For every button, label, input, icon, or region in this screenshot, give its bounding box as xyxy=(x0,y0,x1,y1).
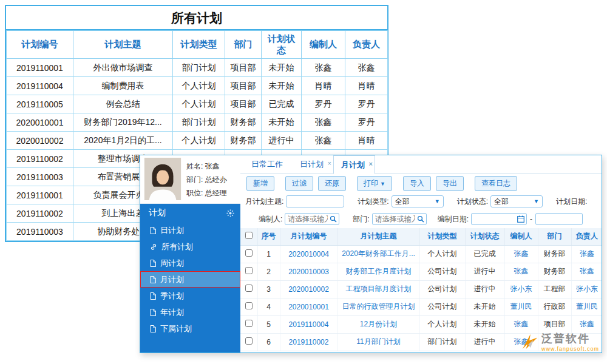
sidebar-item-weekly-plan[interactable]: 周计划 xyxy=(140,255,240,271)
close-icon[interactable]: × xyxy=(369,155,373,173)
sidebar-menu: 计划 日计划 所有计划 周计划 xyxy=(140,204,240,352)
owner-link[interactable]: 张鑫 xyxy=(571,315,602,333)
sidebar-item-daily-plan[interactable]: 日计划 xyxy=(140,222,240,238)
plan-subject-link[interactable]: 11月部门计划 xyxy=(337,333,419,351)
table-row: 2019110001外出做市场调查部门计划项目部未开始张鑫张鑫 xyxy=(7,59,388,77)
toolbar: 新增 过滤 还原 打印▼ 导入 导出 查看日志 xyxy=(240,174,602,193)
col-compiler: 编制人 xyxy=(504,228,538,245)
file-icon xyxy=(150,260,156,267)
plan-subject-link[interactable]: 12月份计划 xyxy=(337,315,419,333)
left-panel: 姓名: 张鑫 部门: 总经办 职位: 总经理 计划 日计划 xyxy=(140,155,240,352)
print-button[interactable]: 打印▼ xyxy=(357,176,392,191)
plan-number-link[interactable]: 2020010001 xyxy=(280,298,337,315)
plan-number-link[interactable]: 2019110002 xyxy=(280,333,337,351)
col-plan-type: 计划类型 xyxy=(419,228,465,245)
watermark-url: www.fanpusoft.com xyxy=(541,346,599,352)
avatar xyxy=(144,158,181,200)
compiler-label: 编制人: xyxy=(259,214,282,224)
cell: 财务部 xyxy=(225,113,262,132)
cell-index: 5 xyxy=(257,315,280,333)
cell: 进行中 xyxy=(262,132,302,150)
cell: 2020010002 xyxy=(7,132,73,150)
tab-monthly-plan[interactable]: 月计划× xyxy=(333,155,375,174)
table-header-row: 序号 月计划编号 月计划主题 计划类型 计划状态 编制人 部门 负责人 xyxy=(240,228,602,245)
owner-link[interactable]: 张鑫 xyxy=(571,245,602,263)
type-select[interactable]: 全部 ▼ xyxy=(392,195,444,207)
sidebar-item-annual-plan[interactable]: 年计划 xyxy=(140,304,240,320)
subject-input[interactable] xyxy=(286,195,344,207)
plan-number-link[interactable]: 2020010002 xyxy=(280,280,337,298)
tab-daily-work[interactable]: 日常工作 xyxy=(244,155,293,173)
cell-status: 未开始 xyxy=(465,298,504,315)
sidebar-item-monthly-plan[interactable]: 月计划 xyxy=(140,271,240,288)
row-checkbox[interactable] xyxy=(245,320,253,327)
sidebar-item-label: 所有计划 xyxy=(161,241,193,252)
row-checkbox[interactable] xyxy=(245,302,253,309)
plan-subject-link[interactable]: 工程项目部月度计划 xyxy=(337,280,419,298)
owner-link[interactable]: 董川民 xyxy=(571,298,602,315)
col-index: 序号 xyxy=(257,228,280,245)
avatar-photo xyxy=(144,158,181,200)
cell-index: 4 xyxy=(257,298,280,315)
filter-button[interactable]: 过滤 xyxy=(285,176,313,191)
import-button[interactable]: 导入 xyxy=(403,176,431,191)
search-icon[interactable] xyxy=(417,215,424,223)
tab-daily-plan[interactable]: 日计划× xyxy=(293,155,333,173)
table-row: 2020010001财务部门2019年12...部门计划财务部未开始张鑫罗丹 xyxy=(7,113,388,132)
page-title: 所有计划 xyxy=(6,6,387,30)
sidebar-item-label: 季计划 xyxy=(160,291,184,302)
cell: 财务部门2019年12... xyxy=(73,113,173,132)
calendar-icon[interactable] xyxy=(517,215,524,223)
compiler-link[interactable]: 张小东 xyxy=(504,280,538,298)
row-checkbox[interactable] xyxy=(245,267,253,274)
view-log-button[interactable]: 查看日志 xyxy=(475,176,517,191)
sidebar-item-subordinate-plans[interactable]: 下属计划 xyxy=(140,320,240,337)
export-button[interactable]: 导出 xyxy=(436,176,464,191)
gear-icon[interactable] xyxy=(226,209,234,217)
cell: 罗丹 xyxy=(345,95,388,113)
plan-subject-link[interactable]: 财务部工作月度计划 xyxy=(337,263,419,280)
compile-date-end-input[interactable] xyxy=(535,213,583,225)
status-label: 计划状态: xyxy=(457,197,488,207)
user-profile: 姓名: 张鑫 部门: 总经办 职位: 总经理 xyxy=(140,155,240,204)
cell: 罗丹 xyxy=(345,113,388,132)
close-icon[interactable]: × xyxy=(328,155,331,172)
plan-number-link[interactable]: 2020010003 xyxy=(280,263,337,280)
profile-position: 职位: 总经理 xyxy=(186,186,227,200)
fanpu-logo-icon xyxy=(521,332,539,351)
compiler-link[interactable]: 董川民 xyxy=(504,298,538,315)
cell-dept: 项目部 xyxy=(538,315,571,333)
cell: 2019110001 xyxy=(7,186,73,204)
add-button[interactable]: 新增 xyxy=(246,176,274,191)
status-select[interactable]: 全部 ▼ xyxy=(490,195,543,207)
sidebar-item-label: 下属计划 xyxy=(160,323,192,334)
table-header-row: 计划编号 计划主题 计划类型 部门 计划状态 编制人 负责人 xyxy=(7,31,388,59)
plan-subject-link[interactable]: 2020年财务部工作月... xyxy=(337,245,419,263)
plan-subject-link[interactable]: 日常的行政管理月计划 xyxy=(337,298,419,315)
cell: 项目部 xyxy=(225,95,262,113)
row-checkbox[interactable] xyxy=(245,337,253,345)
compiler-link[interactable]: 张鑫 xyxy=(504,263,538,280)
col-plan-status: 计划状态 xyxy=(465,228,504,245)
cell-dept: 财务部 xyxy=(538,245,571,263)
restore-button[interactable]: 还原 xyxy=(318,176,346,191)
plan-number-link[interactable]: 2020010004 xyxy=(280,245,337,263)
table-row: 2019110005例会总结个人计划项目部已完成罗丹罗丹 xyxy=(7,95,388,113)
cell: 编制费用表 xyxy=(73,77,173,95)
compiler-link[interactable]: 张鑫 xyxy=(504,315,538,333)
owner-link[interactable]: 张鑫 xyxy=(571,263,602,280)
tab-bar: 日常工作 日计划× 月计划× xyxy=(240,155,602,174)
profile-name: 姓名: 张鑫 xyxy=(186,160,227,173)
search-icon[interactable] xyxy=(330,215,337,223)
compiler-link[interactable]: 张鑫 xyxy=(504,245,538,263)
select-all-checkbox[interactable] xyxy=(245,232,253,239)
plan-number-link[interactable]: 2019110004 xyxy=(280,315,337,333)
profile-info: 姓名: 张鑫 部门: 总经办 职位: 总经理 xyxy=(186,158,227,201)
sidebar-item-all-plans[interactable]: 所有计划 xyxy=(140,238,240,255)
owner-link[interactable]: 张小东 xyxy=(571,280,602,298)
sidebar-item-quarterly-plan[interactable]: 季计划 xyxy=(140,288,240,304)
table-row: 1 2020010004 2020年财务部工作月... 个人计划 已完成 张鑫 … xyxy=(240,245,602,263)
row-checkbox[interactable] xyxy=(245,249,253,257)
col-dept: 部门 xyxy=(225,31,262,59)
row-checkbox[interactable] xyxy=(245,285,253,292)
